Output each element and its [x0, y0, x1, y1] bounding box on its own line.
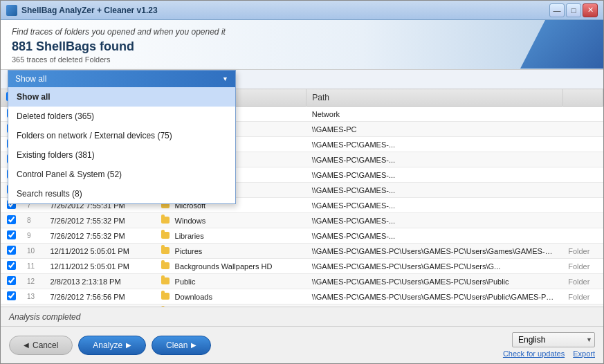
main-window: ShellBag AnalyZer + Cleaner v1.23 — □ ✕ … — [0, 0, 604, 364]
col-extra — [562, 89, 603, 107]
row-extra — [562, 122, 603, 137]
table-row[interactable]: 142/8/2013 2:13:18 PM Music\\GAMES-PC\GA… — [1, 304, 603, 307]
export-link[interactable]: Export — [573, 349, 595, 358]
language-select[interactable]: English — [512, 332, 595, 347]
row-path: \\GAMES-PC\GAMES-... — [306, 183, 562, 198]
row-path: \\GAMES-PC\GAMES-... — [306, 137, 562, 152]
row-extra: Folder — [562, 304, 603, 307]
row-folder: Music — [156, 304, 306, 307]
filter-option-2[interactable]: Folders on network / External devices (7… — [8, 126, 235, 145]
row-visited: 7/26/2012 7:55:32 PM — [44, 228, 156, 244]
row-checkbox-cell — [1, 259, 21, 274]
status-bar: Analysis completed — [1, 307, 603, 326]
dropdown-header[interactable]: Show all ▼ — [8, 71, 235, 87]
filter-option-1[interactable]: Deleted folders (365) — [8, 107, 235, 126]
row-checkbox[interactable] — [7, 246, 16, 255]
table-row[interactable]: 137/26/2012 7:56:56 PM Downloads\\GAMES-… — [1, 289, 603, 304]
row-checkbox-cell — [1, 304, 21, 307]
row-checkbox[interactable] — [7, 230, 16, 239]
title-bar-left: ShellBag AnalyZer + Cleaner v1.23 — [6, 5, 158, 16]
row-folder: Backgrounds Wallpapers HD — [156, 259, 306, 274]
table-row[interactable]: 97/26/2012 7:55:32 PM Libraries\\GAMES-P… — [1, 228, 603, 244]
row-extra — [562, 107, 603, 122]
row-extra: Folder — [562, 289, 603, 304]
row-visited: 7/26/2012 7:55:32 PM — [44, 213, 156, 228]
row-checkbox[interactable] — [7, 215, 16, 224]
row-num: 12 — [21, 274, 44, 289]
deleted-count-subtitle: 365 traces of deleted Folders — [12, 55, 592, 64]
row-path: \\GAMES-PC\GAMES-... — [306, 167, 562, 183]
dropdown-selected-label: Show all — [15, 74, 46, 84]
row-folder: Libraries — [156, 228, 306, 244]
cancel-arrow-left: ◀ — [24, 341, 29, 349]
row-extra: Folder — [562, 274, 603, 289]
table-row[interactable]: 1112/11/2012 5:05:01 PM Backgrounds Wall… — [1, 259, 603, 274]
row-checkbox-cell — [1, 228, 21, 244]
row-folder: Downloads — [156, 289, 306, 304]
row-num: 10 — [21, 244, 44, 259]
cancel-label: Cancel — [33, 340, 58, 350]
row-extra — [562, 183, 603, 198]
row-checkbox[interactable] — [7, 276, 16, 285]
clean-label: Clean — [166, 340, 187, 350]
row-path: \\GAMES-PC\GAMES-PC\Users\GAMES-PC\Users… — [306, 274, 562, 289]
table-row[interactable]: 1012/11/2012 5:05:01 PM Pictures\\GAMES-… — [1, 244, 603, 259]
close-button[interactable]: ✕ — [583, 3, 598, 17]
row-path: \\GAMES-PC\GAMES-... — [306, 152, 562, 167]
filter-option-4[interactable]: Control Panel & System (52) — [8, 165, 235, 184]
row-folder: Public — [156, 274, 306, 289]
col-path: Path — [306, 89, 562, 107]
row-folder: Pictures — [156, 244, 306, 259]
row-num: 14 — [21, 304, 44, 307]
dropdown-arrow-icon: ▼ — [222, 75, 228, 82]
title-controls: — □ ✕ — [549, 3, 598, 17]
footer-right: English Check for updates Export — [503, 332, 595, 358]
row-num: 13 — [21, 289, 44, 304]
row-path: \\GAMES-PC\GAMES-PC\Users\GAMES-PC\Users… — [306, 244, 562, 259]
folder-icon — [161, 277, 170, 284]
row-extra — [562, 228, 603, 244]
maximize-button[interactable]: □ — [566, 3, 581, 17]
folder-icon — [161, 293, 170, 300]
table-row[interactable]: 87/26/2012 7:55:32 PM Windows\\GAMES-PC\… — [1, 213, 603, 228]
row-extra — [562, 137, 603, 152]
header: Find traces of folders you opened and wh… — [1, 20, 603, 70]
row-checkbox-cell — [1, 289, 21, 304]
footer-links: Check for updates Export — [503, 349, 595, 358]
filter-dropdown-overlay[interactable]: Show all ▼ Show all Deleted folders (365… — [8, 70, 236, 204]
minimize-button[interactable]: — — [549, 3, 565, 17]
tagline: Find traces of folders you opened and wh… — [12, 27, 592, 37]
clean-button[interactable]: Clean ▶ — [152, 336, 211, 355]
filter-option-0[interactable]: Show all — [8, 87, 235, 107]
title-bar: ShellBag AnalyZer + Cleaner v1.23 — □ ✕ — [1, 1, 603, 20]
row-extra — [562, 167, 603, 183]
analyze-button[interactable]: Analyze ▶ — [78, 336, 146, 355]
analyze-label: Analyze — [93, 340, 122, 350]
row-extra — [562, 198, 603, 213]
cancel-button[interactable]: ◀ Cancel — [9, 336, 73, 355]
row-num: 9 — [21, 228, 44, 244]
found-count-title: 881 ShellBags found — [12, 39, 592, 54]
app-icon — [6, 5, 17, 16]
row-visited: 7/26/2012 7:56:56 PM — [44, 289, 156, 304]
row-path: \\GAMES-PC\GAMES-PC\Users\GAMES-PC\Users… — [306, 259, 562, 274]
row-checkbox[interactable] — [7, 291, 16, 300]
folder-icon — [161, 262, 170, 269]
table-row[interactable]: 122/8/2013 2:13:18 PM Public\\GAMES-PC\G… — [1, 274, 603, 289]
status-text: Analysis completed — [9, 312, 80, 322]
footer-buttons: ◀ Cancel Analyze ▶ Clean ▶ — [9, 336, 211, 355]
folder-icon — [161, 217, 170, 224]
filter-option-5[interactable]: Search results (8) — [8, 184, 235, 203]
row-extra: Folder — [562, 259, 603, 274]
row-path: \\GAMES-PC\GAMES-... — [306, 213, 562, 228]
row-path: \\GAMES-PC\GAMES-... — [306, 228, 562, 244]
row-path: Network — [306, 107, 562, 122]
filter-option-3[interactable]: Existing folders (381) — [8, 145, 235, 165]
check-updates-link[interactable]: Check for updates — [503, 349, 565, 358]
language-wrapper: English — [512, 332, 595, 347]
row-visited: 12/11/2012 5:05:01 PM — [44, 259, 156, 274]
row-checkbox[interactable] — [7, 261, 16, 270]
window-title: ShellBag AnalyZer + Cleaner v1.23 — [21, 6, 158, 15]
row-checkbox-cell — [1, 244, 21, 259]
row-path: \\GAMES-PC — [306, 122, 562, 137]
